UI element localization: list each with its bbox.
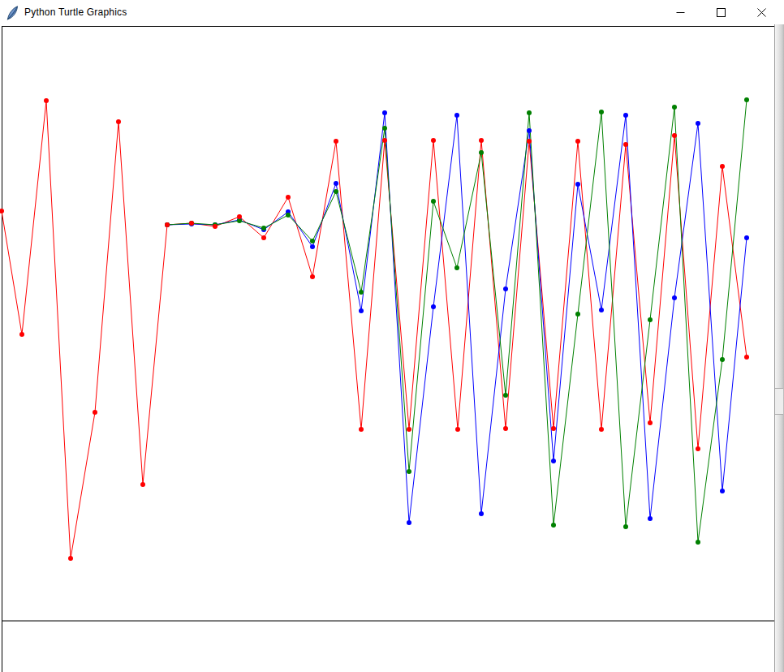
green-marker xyxy=(310,239,315,243)
red-marker xyxy=(744,355,749,360)
scrollbar-thumb[interactable] xyxy=(775,388,783,415)
python-feather-icon xyxy=(6,6,19,20)
red-marker xyxy=(359,427,364,432)
blue-marker xyxy=(575,182,580,187)
green-marker xyxy=(648,317,653,322)
blue-marker xyxy=(599,308,604,312)
blue-marker xyxy=(334,181,338,186)
red-marker xyxy=(479,138,484,143)
red-marker xyxy=(503,426,508,431)
window-controls xyxy=(660,0,782,24)
blue-marker xyxy=(672,295,677,300)
red-marker xyxy=(0,209,4,213)
blue-marker xyxy=(382,110,387,115)
blue-marker xyxy=(454,113,459,118)
blue-marker xyxy=(431,304,436,309)
close-button[interactable] xyxy=(741,0,782,24)
red-marker xyxy=(455,427,460,432)
window-title: Python Turtle Graphics xyxy=(24,6,127,18)
red-line xyxy=(2,101,747,558)
plot-svg xyxy=(0,0,784,672)
minimize-icon xyxy=(676,8,685,17)
green-marker xyxy=(696,540,700,545)
maximize-button[interactable] xyxy=(700,0,741,24)
green-marker xyxy=(720,357,725,362)
blue-marker xyxy=(527,128,532,133)
red-marker xyxy=(696,446,700,451)
blue-marker xyxy=(648,516,653,521)
red-marker xyxy=(648,420,653,425)
red-marker xyxy=(261,235,266,240)
green-marker xyxy=(382,126,387,131)
red-marker xyxy=(165,222,170,227)
red-marker xyxy=(19,332,24,337)
minimize-button[interactable] xyxy=(660,0,700,24)
red-marker xyxy=(93,410,97,415)
red-marker xyxy=(407,427,411,432)
blue-marker xyxy=(720,489,725,493)
blue-marker xyxy=(623,113,628,118)
red-marker xyxy=(575,139,580,144)
red-marker xyxy=(431,138,436,143)
red-marker xyxy=(672,133,677,138)
red-marker xyxy=(44,98,49,103)
green-marker xyxy=(479,150,484,155)
green-marker xyxy=(503,393,508,398)
red-marker xyxy=(68,556,73,561)
blue-marker xyxy=(744,235,749,240)
blue-marker xyxy=(696,121,700,126)
blue-marker xyxy=(503,286,508,291)
red-marker xyxy=(189,221,194,226)
red-marker xyxy=(237,214,242,219)
red-marker xyxy=(720,164,725,169)
title-bar[interactable]: Python Turtle Graphics xyxy=(0,0,784,24)
red-marker xyxy=(310,274,315,279)
red-marker xyxy=(213,224,218,229)
red-marker xyxy=(334,139,338,144)
red-marker xyxy=(382,138,387,143)
green-marker xyxy=(575,312,580,317)
green-line xyxy=(167,100,747,542)
green-marker xyxy=(672,105,677,110)
green-marker xyxy=(407,469,411,474)
red-marker xyxy=(116,119,121,124)
blue-marker xyxy=(310,244,315,249)
red-marker xyxy=(140,482,145,487)
green-marker xyxy=(454,265,459,270)
plot-layer xyxy=(0,0,784,672)
red-marker xyxy=(286,195,291,200)
blue-line xyxy=(167,113,747,523)
green-marker xyxy=(359,290,364,295)
blue-marker xyxy=(479,511,484,516)
green-marker xyxy=(527,110,532,115)
green-marker xyxy=(744,97,749,102)
green-marker xyxy=(286,213,291,218)
blue-marker xyxy=(407,520,411,525)
green-marker xyxy=(334,189,338,194)
green-marker xyxy=(551,523,556,528)
green-marker xyxy=(261,226,266,230)
red-marker xyxy=(599,427,604,432)
blue-marker xyxy=(359,308,364,313)
green-marker xyxy=(623,524,628,529)
red-marker xyxy=(623,142,628,147)
blue-marker xyxy=(551,459,556,463)
green-marker xyxy=(599,110,604,114)
red-marker xyxy=(527,139,532,144)
maximize-icon xyxy=(717,8,726,17)
window-frame-scrollbar[interactable] xyxy=(774,24,784,672)
close-icon xyxy=(757,8,766,17)
green-marker xyxy=(431,199,436,204)
red-marker xyxy=(551,426,556,431)
